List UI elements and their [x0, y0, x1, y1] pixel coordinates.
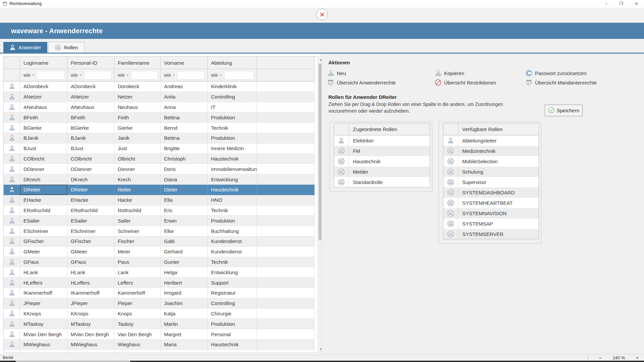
role-item[interactable]: SYSTEMHEARTBEAT: [443, 198, 539, 208]
table-row[interactable]: MVan Den BerghMVan Den BerghVan Den Berg…: [4, 329, 315, 340]
cell-personal_id: KKnops: [67, 309, 114, 319]
filter-operator-label: wie: [118, 72, 125, 78]
table-row[interactable]: JPieperJPieperPieperJoachimControlling: [4, 298, 315, 309]
filter-cell[interactable]: wie▼: [114, 69, 161, 81]
filter-cell[interactable]: wie▼: [20, 69, 67, 81]
table-row[interactable]: BGierkeBGierkeGierkeBerndTechnik: [4, 123, 315, 133]
filter-input[interactable]: [84, 71, 111, 79]
role-item[interactable]: SYSTEMSAP: [443, 219, 539, 229]
tab-rollen[interactable]: Rollen: [48, 42, 85, 53]
cell-empty: [257, 154, 315, 164]
column-header-personal-id[interactable]: Personal-ID: [67, 57, 114, 69]
role-item[interactable]: Supervisor: [443, 177, 539, 187]
users-icon: [334, 167, 349, 177]
table-row[interactable]: MWieghausMWieghausWieghausMariaHaustechn…: [4, 340, 315, 350]
table-row[interactable]: ANetzerANetzerNetzerAnitaControlling: [4, 92, 315, 102]
table-row[interactable]: ADorobeckADorobeckDorobeckAndreasKinderk…: [4, 81, 315, 92]
filter-input[interactable]: [177, 71, 205, 79]
filter-input[interactable]: [131, 71, 158, 79]
table-row[interactable]: BJanikBJanikJanikBettinaProduktion: [4, 133, 315, 143]
column-header-abteilung[interactable]: Abteilung: [208, 57, 257, 69]
filter-cell[interactable]: wie▼: [208, 69, 257, 81]
cell-empty: [257, 257, 315, 267]
action-übersicht-anwenderrechte[interactable]: Übersicht Anwenderrechte: [327, 79, 435, 86]
table-row[interactable]: IKammerhoffIKammerhoffKammerhoffIrmgardR…: [4, 288, 315, 298]
zoom-out-button[interactable]: –: [597, 355, 604, 360]
table-row[interactable]: BJustBJustJustBrigitteInnere Medizin: [4, 143, 315, 154]
table-row[interactable]: DDiesnerDDiesnerDiesnerDorisImmobilienve…: [4, 164, 315, 174]
role-item[interactable]: Haustechnik: [334, 156, 430, 167]
table-row[interactable]: ANeuhausANeuhausNeuhausAnnaIT: [4, 102, 315, 113]
table-row[interactable]: HLeffersHLeffersLeffersHeribertSupport: [4, 278, 315, 288]
role-item[interactable]: SYSTEMNAVISION: [443, 208, 539, 219]
cell-dept: Kundendienst: [208, 247, 257, 257]
column-header-vorname[interactable]: Vorname: [161, 57, 208, 69]
cell-dept: Entwicklung: [208, 174, 257, 185]
table-row[interactable]: BFeithBFeithFeithBettinaProduktion: [4, 112, 315, 123]
cell-login: DReiter: [20, 185, 67, 195]
table-row[interactable]: ESailerESailerSailerErwinProduktion: [4, 216, 315, 226]
filter-input[interactable]: [37, 71, 64, 79]
role-item[interactable]: Standardrolle: [334, 177, 430, 187]
cell-family: Sailer: [114, 216, 161, 226]
table-row[interactable]: GPausGPausPausGunterTechnik: [4, 257, 315, 267]
role-item[interactable]: Medizintechnik: [443, 146, 539, 156]
save-button[interactable]: Speichern: [545, 105, 583, 116]
table-row[interactable]: COlbrichtCOlbrichtOlbrichtChristophHaust…: [4, 154, 315, 164]
cell-first: Gerhard: [161, 247, 208, 257]
role-item[interactable]: Schulung: [443, 167, 539, 177]
filter-operator-dropdown[interactable]: wie▼: [211, 72, 222, 78]
table-row[interactable]: DKrechDKrechKrechDianaEntwicklung: [4, 174, 315, 185]
table-row[interactable]: EHackeEHackeHackeEllaHNO: [4, 195, 315, 205]
action-übersicht-restriktionen[interactable]: Übersicht Restriktionen: [435, 79, 526, 86]
column-header-familienname[interactable]: Familienname: [114, 57, 161, 69]
tab-anwender[interactable]: Anwender: [3, 42, 47, 53]
cell-first: Irmgard: [161, 288, 208, 298]
table-row[interactable]: GFischerGFischerFischerGabiKundendienst: [4, 236, 315, 247]
filter-operator-dropdown[interactable]: wie▼: [23, 72, 35, 78]
detail-panel: Aktionen NeuKopierenPasswort zurücksetze…: [321, 54, 644, 354]
filter-input[interactable]: [224, 71, 254, 79]
table-row[interactable]: DReiterDReiterReiterDieterHaustechnik: [4, 185, 315, 195]
table-row[interactable]: ERothschildERothschildRothschildEricTech…: [4, 205, 315, 216]
action-passwort-zurücksetzen[interactable]: Passwort zurücksetzen: [526, 70, 597, 76]
filter-cell: [257, 69, 315, 81]
cell-personal_id: MVan Den Bergh: [67, 329, 114, 340]
action-neu[interactable]: Neu: [327, 70, 435, 76]
chevron-down-icon: ▼: [172, 74, 175, 77]
action-übersicht-mandantenrechte[interactable]: Übersicht Mandantenrechte: [526, 79, 597, 86]
role-item[interactable]: MobileSelection: [443, 156, 539, 167]
filter-cell[interactable]: wie▼: [161, 69, 208, 81]
filter-operator-dropdown[interactable]: wie▼: [71, 72, 82, 78]
table-row[interactable]: KKnopsKKnopsKnopsKatjaChirurgie: [4, 309, 315, 319]
zoom-in-button[interactable]: +: [634, 355, 641, 360]
role-item[interactable]: SYSTEMSERVER: [443, 229, 539, 239]
role-item[interactable]: SYSTEMDASHBOARD: [443, 187, 539, 198]
filter-cell[interactable]: wie▼: [67, 69, 114, 81]
table-row[interactable]: GMeierGMeierMeierGerhardKundendienst: [4, 247, 315, 257]
action-kopieren[interactable]: Kopieren: [435, 70, 526, 76]
role-item[interactable]: Abteilungsleiter: [443, 135, 539, 146]
filter-operator-dropdown[interactable]: wie▼: [164, 72, 175, 78]
table-filter-row: wie▼wie▼wie▼wie▼wie▼: [4, 69, 315, 81]
role-item[interactable]: Elektriker: [334, 135, 430, 146]
cell-empty: [257, 112, 315, 123]
user-icon: [4, 226, 20, 236]
minimize-button[interactable]: –: [599, 0, 614, 7]
cell-first: Gunter: [161, 257, 208, 267]
table-row[interactable]: MTaskoyMTaskoyTaskoyMartinProduktion: [4, 319, 315, 329]
save-button-label: Speichern: [557, 108, 580, 113]
cell-login: KKnops: [20, 309, 67, 319]
cell-dept: IT: [208, 102, 257, 113]
cell-login: MTaskoy: [20, 319, 67, 329]
maximize-button[interactable]: ❐: [614, 0, 629, 7]
close-window-button[interactable]: ✕: [629, 0, 644, 7]
column-header-loginname[interactable]: Loginname: [20, 57, 67, 69]
role-item[interactable]: FM: [334, 146, 430, 156]
table-row[interactable]: HLankHLankLankHelgaEntwicklung: [4, 267, 315, 278]
cell-first: Dieter: [161, 185, 208, 195]
filter-operator-dropdown[interactable]: wie▼: [118, 72, 129, 78]
role-item[interactable]: Melder: [334, 167, 430, 177]
table-row[interactable]: ESchreinerESchreinerSchreinerElkeBuchhal…: [4, 226, 315, 236]
close-dialog-button[interactable]: [316, 9, 328, 20]
